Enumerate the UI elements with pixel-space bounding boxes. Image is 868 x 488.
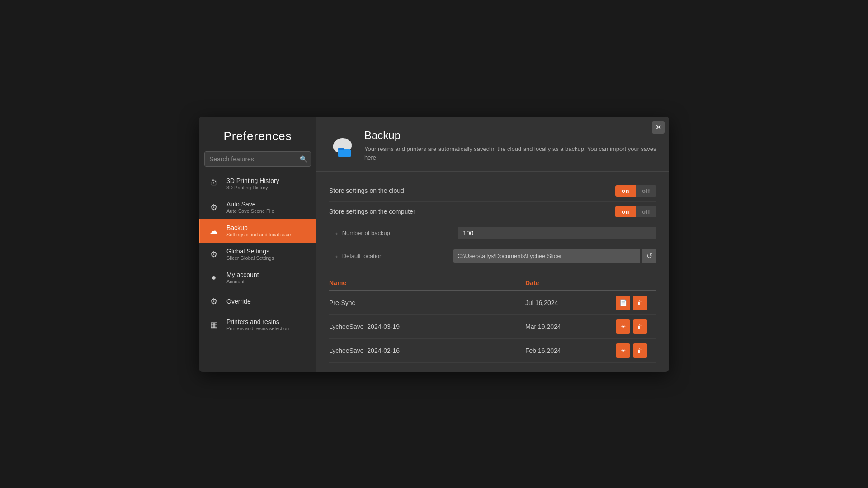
sidebar-sublabel-my-account: Account [226,279,259,284]
cloud-toggle-on[interactable]: on [615,185,636,197]
sidebar-label-override: Override [226,298,251,305]
path-reset-button[interactable]: ↺ [642,249,656,263]
sidebar-sublabel-3d-printing-history: 3D Printing History [226,185,279,190]
sidebar-items-container: ⏱ 3D Printing History 3D Printing Histor… [199,172,316,337]
sidebar: Preferences 🔍 ⏱ 3D Printing History 3D P… [199,117,316,372]
path-input[interactable] [453,249,640,263]
computer-setting-label: Store settings on the computer [329,208,615,215]
sidebar-label-auto-save: Auto Save [226,201,274,208]
sidebar-item-3d-printing-history[interactable]: ⏱ 3D Printing History 3D Printing Histor… [199,172,316,196]
content-header: Backup Your resins and printers are auto… [316,117,669,172]
row-action-primary-2[interactable]: ☀ [616,343,630,358]
main-content: ✕ Backup Your resins and printers are au… [316,117,669,372]
sidebar-label-backup: Backup [226,224,291,231]
row-action-primary-0[interactable]: 📄 [616,296,630,310]
header-description: Your resins and printers are automatical… [364,145,656,162]
sidebar-icon-3d-printing-history: ⏱ [207,177,221,191]
sidebar-icon-my-account: ● [207,271,221,285]
computer-toggle-group: on off [615,206,656,217]
cloud-setting-row: Store settings on the cloud on off [329,181,656,202]
sidebar-icon-backup: ☁ [207,224,221,238]
row-name-1: LycheeSave_2024-03-19 [329,323,525,330]
path-input-wrapper: ↺ [453,249,656,263]
row-actions-1: ☀ 🗑 [616,319,656,334]
settings-area: Store settings on the cloud on off Store… [316,172,669,372]
sidebar-sublabel-backup: Settings cloud and local save [226,232,291,237]
row-actions-0: 📄 🗑 [616,296,656,310]
sidebar-icon-printers-resins: ▦ [207,318,221,332]
computer-toggle-off[interactable]: off [636,206,656,217]
backup-icon [329,132,356,159]
cloud-toggle-group: on off [615,185,656,197]
num-backup-label: Number of backup [329,230,458,236]
sidebar-icon-global-settings: ⚙ [207,247,221,262]
sidebar-icon-auto-save: ⚙ [207,200,221,215]
col-date-header: Date [525,279,616,286]
sidebar-title: Preferences [199,117,316,151]
header-text: Backup Your resins and printers are auto… [364,129,656,162]
sidebar-sublabel-printers-resins: Printers and resins selection [226,326,289,331]
row-action-primary-1[interactable]: ☀ [616,319,630,334]
close-button[interactable]: ✕ [652,121,665,134]
sidebar-sublabel-auto-save: Auto Save Scene File [226,208,274,214]
sidebar-icon-override: ⚙ [207,294,221,309]
row-name-2: LycheeSave_2024-02-16 [329,347,525,354]
search-input[interactable] [204,151,311,167]
row-delete-0[interactable]: 🗑 [633,296,647,310]
row-name-0: Pre-Sync [329,299,525,306]
sidebar-label-global-settings: Global Settings [226,248,274,255]
sidebar-item-auto-save[interactable]: ⚙ Auto Save Auto Save Scene File [199,196,316,219]
num-backup-row: Number of backup [329,222,656,244]
backup-table: Name Date Pre-Sync Jul 16,2024 📄 🗑 Lyche… [329,276,656,363]
sidebar-item-my-account[interactable]: ● My account Account [199,266,316,290]
search-icon: 🔍 [300,155,307,163]
table-row: Pre-Sync Jul 16,2024 📄 🗑 [329,291,656,315]
row-date-0: Jul 16,2024 [525,299,616,306]
row-delete-1[interactable]: 🗑 [633,319,647,334]
cloud-toggle-off[interactable]: off [636,185,656,197]
sidebar-label-3d-printing-history: 3D Printing History [226,177,279,184]
svg-rect-5 [338,148,344,150]
sidebar-item-global-settings[interactable]: ⚙ Global Settings Slicer Global Settings [199,243,316,266]
table-row: LycheeSave_2024-02-16 Feb 16,2024 ☀ 🗑 [329,339,656,363]
row-date-2: Feb 16,2024 [525,347,616,354]
sidebar-label-my-account: My account [226,271,259,278]
sidebar-item-printers-resins[interactable]: ▦ Printers and resins Printers and resin… [199,313,316,337]
search-container: 🔍 [204,151,311,167]
preferences-dialog: Preferences 🔍 ⏱ 3D Printing History 3D P… [199,117,669,372]
row-delete-2[interactable]: 🗑 [633,343,647,358]
sidebar-label-printers-resins: Printers and resins [226,318,289,325]
default-location-label: Default location [329,253,453,259]
table-rows-container: Pre-Sync Jul 16,2024 📄 🗑 LycheeSave_2024… [329,291,656,363]
col-name-header: Name [329,279,525,286]
table-row: LycheeSave_2024-03-19 Mar 19,2024 ☀ 🗑 [329,315,656,339]
header-title: Backup [364,129,656,142]
cloud-setting-label: Store settings on the cloud [329,187,615,194]
row-date-1: Mar 19,2024 [525,323,616,330]
computer-toggle-on[interactable]: on [615,206,636,217]
sidebar-sublabel-global-settings: Slicer Global Settings [226,255,274,261]
row-actions-2: ☀ 🗑 [616,343,656,358]
col-actions-header [616,279,656,286]
default-location-row: Default location ↺ [329,244,656,268]
computer-setting-row: Store settings on the computer on off [329,202,656,222]
table-header: Name Date [329,276,656,291]
sidebar-item-backup[interactable]: ☁ Backup Settings cloud and local save [199,219,316,243]
num-backup-input[interactable] [458,227,656,239]
sidebar-item-override[interactable]: ⚙ Override [199,290,316,313]
